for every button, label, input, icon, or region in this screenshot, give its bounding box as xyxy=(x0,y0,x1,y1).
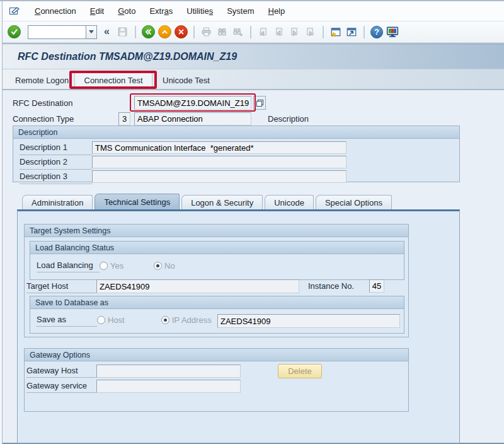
radio-icon[interactable] xyxy=(154,262,162,270)
save-to-database-header: Save to Database as xyxy=(30,296,404,309)
unicode-test-button[interactable]: Unicode Test xyxy=(158,73,215,88)
menu-help[interactable]: Help xyxy=(261,6,292,16)
system-menu-icon[interactable] xyxy=(9,6,20,16)
find-next-icon[interactable] xyxy=(232,26,244,38)
load-balancing-status-group: Load Balancing Status Load Balancing Yes… xyxy=(30,241,404,280)
instance-no-label: Instance No. xyxy=(308,281,354,291)
new-session-icon[interactable] xyxy=(329,26,342,38)
page-title: RFC Destination TMSADM@Z19.DOMAIN_Z19 xyxy=(18,51,237,62)
save-as-host-radio[interactable]: Host xyxy=(97,315,125,325)
toolbar-separator xyxy=(364,26,365,38)
remote-logon-button[interactable]: Remote Logon xyxy=(10,73,74,88)
connection-type-label: Connection Type xyxy=(13,114,74,124)
load-balancing-no-radio[interactable]: No xyxy=(154,261,175,271)
title-bar: RFC Destination TMSADM@Z19.DOMAIN_Z19 xyxy=(0,44,504,69)
previous-page-icon[interactable] xyxy=(273,26,285,38)
save-to-database-group: Save to Database as Save as Host IP Addr… xyxy=(30,296,404,334)
first-page-icon[interactable] xyxy=(257,26,270,38)
menu-goto[interactable]: Goto xyxy=(111,6,142,16)
application-toolbar: Remote Logon Connection Test Unicode Tes… xyxy=(0,69,504,90)
toolbar-separator xyxy=(250,26,251,38)
help-icon[interactable]: ? xyxy=(370,26,383,38)
exit-icon[interactable] xyxy=(158,25,171,38)
description-1-label: Description 1 xyxy=(20,143,92,155)
radio-icon[interactable] xyxy=(97,316,105,324)
description-2-field[interactable] xyxy=(92,156,346,168)
tab-technical-settings[interactable]: Technical Settings xyxy=(94,194,180,209)
tab-administration[interactable]: Administration xyxy=(22,195,93,209)
menu-system[interactable]: System xyxy=(220,6,261,16)
save-as-value-field[interactable]: ZAEDS41909 xyxy=(217,314,400,328)
window-left-edge xyxy=(0,1,3,444)
standard-toolbar: « xyxy=(0,21,504,44)
save-icon[interactable] xyxy=(117,26,129,38)
delete-button[interactable]: Delete xyxy=(278,364,322,378)
description-1-field[interactable]: TMS Communication Interface *generated* xyxy=(92,141,346,154)
description-column-label: Description xyxy=(268,114,309,124)
sap-gui-window: Connection Edit Goto Extras Utilities Sy… xyxy=(0,0,504,444)
radio-icon[interactable] xyxy=(161,316,169,324)
load-balancing-label: Load Balancing xyxy=(37,260,100,272)
menu-connection[interactable]: Connection xyxy=(28,6,83,16)
connection-type-text-field[interactable]: ABAP Connection xyxy=(134,112,251,126)
rfc-destination-field[interactable]: TMSADM@Z19.DOMAIN_Z19 xyxy=(134,96,251,110)
create-shortcut-icon[interactable] xyxy=(345,26,358,38)
instance-no-field[interactable]: 45 xyxy=(369,279,384,293)
description-3-label: Description 3 xyxy=(20,172,92,184)
rfc-destination-label: RFC Destination xyxy=(13,98,72,108)
save-as-label: Save as xyxy=(37,315,97,327)
target-host-field[interactable]: ZAEDS41909 xyxy=(96,279,299,293)
last-page-icon[interactable] xyxy=(304,26,317,38)
menu-bar: Connection Edit Goto Extras Utilities Sy… xyxy=(0,1,504,21)
gateway-options-header: Gateway Options xyxy=(25,349,408,361)
tab-logon-security[interactable]: Logon & Security xyxy=(181,195,263,209)
gateway-host-field[interactable] xyxy=(96,365,241,378)
find-icon[interactable] xyxy=(216,26,229,38)
save-as-ip-address-radio[interactable]: IP Address xyxy=(161,315,212,325)
load-balancing-yes-radio[interactable]: Yes xyxy=(100,261,123,271)
menu-edit[interactable]: Edit xyxy=(83,6,111,16)
next-page-icon[interactable] xyxy=(289,26,301,38)
tab-special-options[interactable]: Special Options xyxy=(316,195,392,209)
collapse-icon[interactable]: « xyxy=(100,26,113,38)
back-icon[interactable] xyxy=(142,25,155,38)
target-system-settings-header: Target System Settings xyxy=(25,225,408,237)
connection-test-button[interactable]: Connection Test xyxy=(74,73,152,88)
target-host-label: Target Host xyxy=(26,281,96,293)
tab-strip: Administration Technical Settings Logon … xyxy=(22,194,394,209)
command-input[interactable] xyxy=(28,25,86,39)
toolbar-separator xyxy=(135,26,136,38)
toolbar-separator xyxy=(193,26,195,38)
gateway-host-label: Gateway Host xyxy=(26,366,96,378)
customize-layout-icon[interactable] xyxy=(386,26,399,38)
load-balancing-status-header: Load Balancing Status xyxy=(30,242,404,254)
description-2-label: Description 2 xyxy=(20,157,92,170)
target-system-settings-group: Target System Settings Load Balancing St… xyxy=(24,224,409,337)
toolbar-separator xyxy=(323,26,324,38)
menu-utilities[interactable]: Utilities xyxy=(180,6,220,16)
enter-icon[interactable] xyxy=(8,25,21,38)
gateway-options-group: Gateway Options Gateway Host Delete Gate… xyxy=(24,348,409,412)
command-dropdown-icon[interactable] xyxy=(86,25,97,39)
connection-type-code-field[interactable]: 3 xyxy=(118,112,130,126)
print-icon[interactable] xyxy=(200,26,213,38)
radio-icon[interactable] xyxy=(100,262,108,270)
description-group-header: Description xyxy=(13,126,459,139)
content-area: RFC Destination TMSADM@Z19.DOMAIN_Z19 Co… xyxy=(0,90,504,443)
tab-unicode[interactable]: Unicode xyxy=(265,195,314,209)
technical-settings-panel: Target System Settings Load Balancing St… xyxy=(17,209,460,443)
command-field xyxy=(28,25,97,39)
gateway-service-field[interactable] xyxy=(96,380,241,393)
description-3-field[interactable] xyxy=(92,170,346,183)
gateway-service-label: Gateway service xyxy=(26,381,96,393)
description-group: Description Description 1 TMS Communicat… xyxy=(13,126,460,182)
menu-extras[interactable]: Extras xyxy=(142,6,180,16)
cancel-icon[interactable] xyxy=(175,25,188,38)
duplicate-window-icon[interactable] xyxy=(253,96,266,110)
